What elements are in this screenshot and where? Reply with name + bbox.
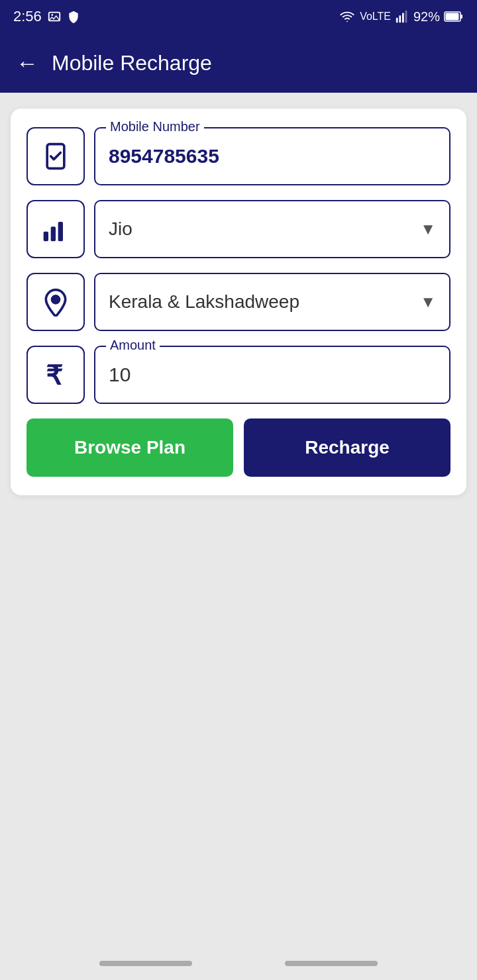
mobile-number-label: Mobile Number — [106, 119, 204, 134]
status-time: 2:56 — [13, 8, 80, 25]
image-icon — [47, 9, 62, 24]
page-header: ← Mobile Recharge — [0, 33, 477, 93]
svg-rect-4 — [402, 13, 404, 23]
operator-icon-box — [26, 200, 85, 258]
chevron-down-icon: ▼ — [420, 220, 436, 238]
amount-input[interactable] — [109, 364, 436, 386]
signal-bars-icon — [41, 215, 70, 244]
nav-pill-right — [285, 961, 378, 966]
svg-rect-3 — [399, 15, 401, 23]
svg-point-14 — [52, 296, 60, 303]
action-buttons: Browse Plan Recharge — [26, 418, 450, 477]
nav-pill-left — [99, 961, 192, 966]
svg-rect-12 — [58, 222, 63, 241]
circle-row: Kerala & Lakshadweep ▼ — [26, 273, 450, 331]
svg-rect-10 — [44, 232, 48, 242]
page-title: Mobile Recharge — [52, 51, 212, 75]
recharge-card: Mobile Number Jio ▼ — [11, 109, 466, 495]
circle-icon-box — [26, 273, 85, 331]
mobile-icon-box — [26, 127, 85, 185]
battery-icon — [444, 10, 464, 23]
location-pin-icon — [41, 287, 70, 317]
amount-row: ₹ Amount — [26, 346, 450, 404]
mobile-number-field[interactable]: Mobile Number — [94, 127, 450, 185]
svg-rect-5 — [405, 11, 407, 23]
svg-text:₹: ₹ — [46, 360, 63, 389]
mobile-number-row: Mobile Number — [26, 127, 450, 185]
time-display: 2:56 — [13, 8, 42, 25]
chevron-down-icon-2: ▼ — [420, 293, 436, 311]
amount-icon-box: ₹ — [26, 346, 85, 404]
rupee-icon: ₹ — [41, 360, 70, 389]
wifi-icon — [339, 9, 356, 24]
svg-rect-8 — [460, 15, 462, 19]
operator-row: Jio ▼ — [26, 200, 450, 258]
mobile-number-input[interactable] — [109, 145, 436, 168]
recharge-button[interactable]: Recharge — [244, 418, 450, 477]
bottom-navigation — [0, 947, 477, 980]
status-icons: VoLTE 92% — [339, 9, 464, 24]
status-bar: 2:56 VoLTE 92% — [0, 0, 477, 33]
network-type: VoLTE — [360, 11, 391, 23]
circle-value: Kerala & Lakshadweep — [109, 291, 420, 313]
signal-icon — [395, 9, 409, 24]
svg-rect-2 — [396, 18, 398, 23]
amount-label: Amount — [106, 338, 160, 353]
svg-rect-7 — [446, 13, 459, 21]
main-content: Mobile Number Jio ▼ — [0, 93, 477, 980]
circle-select[interactable]: Kerala & Lakshadweep ▼ — [94, 273, 450, 331]
back-button[interactable]: ← — [16, 50, 38, 76]
svg-point-1 — [51, 14, 53, 16]
battery-level: 92% — [413, 9, 440, 24]
amount-field[interactable]: Amount — [94, 346, 450, 404]
browse-plan-button[interactable]: Browse Plan — [26, 418, 233, 477]
shield-icon — [67, 10, 80, 23]
operator-select[interactable]: Jio ▼ — [94, 200, 450, 258]
operator-value: Jio — [109, 219, 420, 240]
svg-rect-11 — [51, 226, 56, 241]
phone-check-icon — [41, 142, 70, 171]
